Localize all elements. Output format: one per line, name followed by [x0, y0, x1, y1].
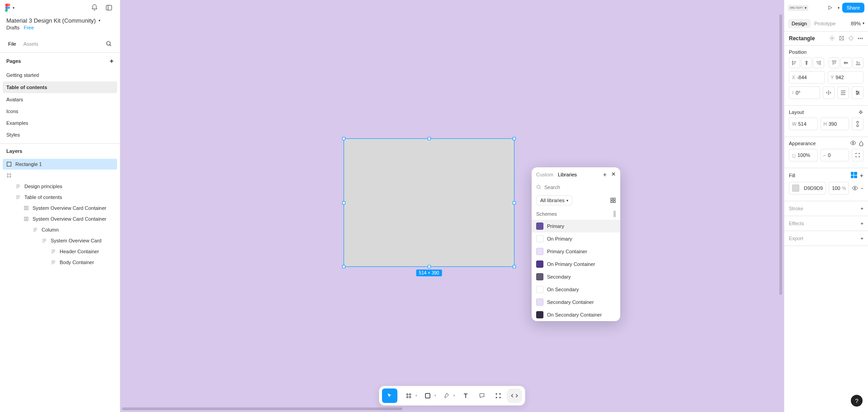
- page-item[interactable]: Getting started: [0, 69, 120, 81]
- scheme-item[interactable]: On Primary: [532, 232, 620, 245]
- opacity-input[interactable]: ◻100%: [789, 149, 818, 161]
- scrollbar-thumb[interactable]: [613, 211, 616, 217]
- add-effect-button[interactable]: +: [861, 221, 863, 226]
- align-hcenter-button[interactable]: [801, 57, 812, 68]
- actions-tool[interactable]: [491, 388, 506, 403]
- x-input[interactable]: X-844: [789, 71, 825, 84]
- chevron-down-icon[interactable]: ▾: [434, 394, 436, 398]
- align-bottom-button[interactable]: [853, 57, 864, 68]
- drafts-link[interactable]: Drafts: [6, 25, 19, 30]
- scheme-item[interactable]: On Secondary Container: [532, 308, 620, 321]
- canvas-scrollbar-vertical[interactable]: [779, 14, 782, 295]
- add-stroke-button[interactable]: +: [861, 206, 863, 211]
- align-left-button[interactable]: [789, 57, 800, 68]
- move-tool[interactable]: [382, 388, 397, 403]
- resize-handle-bm[interactable]: [428, 265, 431, 268]
- resize-handle-bl[interactable]: [342, 265, 345, 268]
- stroke-section[interactable]: Stroke+: [784, 201, 868, 216]
- flip-vertical-button[interactable]: [837, 86, 849, 99]
- help-button[interactable]: ?: [851, 395, 863, 407]
- library-filter-dropdown[interactable]: All libraries ▾: [536, 195, 572, 205]
- tab-custom[interactable]: Custom: [536, 172, 553, 177]
- pen-tool[interactable]: [439, 388, 454, 403]
- page-item[interactable]: Table of contents: [3, 81, 117, 93]
- tab-design[interactable]: Design: [788, 19, 811, 28]
- eye-icon[interactable]: [850, 141, 856, 145]
- layer-item[interactable]: [0, 170, 120, 181]
- layer-item[interactable]: Design principles: [0, 181, 120, 192]
- tab-assets[interactable]: Assets: [20, 38, 42, 49]
- tab-prototype[interactable]: Prototype: [811, 19, 839, 28]
- scheme-item[interactable]: Primary Container: [532, 245, 620, 258]
- constrain-proportions-button[interactable]: [852, 118, 863, 130]
- chevron-down-icon[interactable]: ▾: [396, 394, 398, 398]
- tab-file[interactable]: File: [5, 38, 20, 49]
- fill-color-input[interactable]: D9D9D9: [789, 182, 826, 194]
- visibility-toggle[interactable]: [852, 186, 858, 190]
- corner-radius-input[interactable]: ⌐0: [821, 149, 849, 161]
- align-selection-icon[interactable]: [839, 35, 844, 41]
- layer-item[interactable]: System Overview Card Container: [0, 203, 120, 213]
- chevron-down-icon[interactable]: ▾: [415, 394, 417, 398]
- page-item[interactable]: Styles: [0, 129, 120, 141]
- plan-badge[interactable]: Free: [24, 25, 34, 30]
- frame-tool[interactable]: [401, 388, 416, 403]
- add-export-button[interactable]: +: [861, 236, 863, 241]
- resize-handle-rm[interactable]: [513, 201, 516, 204]
- resize-handle-tl[interactable]: [342, 137, 345, 140]
- tab-libraries[interactable]: Libraries: [558, 172, 577, 177]
- effects-section[interactable]: Effects+: [784, 216, 868, 231]
- resize-handle-tr[interactable]: [513, 137, 516, 140]
- search-button[interactable]: [103, 38, 115, 50]
- resize-handle-lm[interactable]: [342, 201, 345, 204]
- scheme-item[interactable]: Primary: [532, 220, 620, 232]
- styles-button[interactable]: [851, 172, 857, 178]
- canvas-scrollbar-horizontal[interactable]: [122, 407, 402, 410]
- more-transform-button[interactable]: [852, 86, 863, 99]
- toggle-panels-button[interactable]: [103, 1, 115, 14]
- file-title-row[interactable]: Material 3 Design Kit (Community) ▾: [0, 15, 120, 24]
- main-menu-button[interactable]: ▾: [5, 4, 14, 12]
- layer-item[interactable]: System Overview Card: [0, 235, 120, 246]
- width-input[interactable]: W514: [789, 118, 818, 130]
- page-item[interactable]: Avatars: [0, 94, 120, 105]
- chevron-down-icon[interactable]: ▾: [453, 394, 455, 398]
- layer-item[interactable]: Rectangle 1: [3, 159, 117, 170]
- more-options-icon[interactable]: ⋯: [858, 35, 863, 42]
- text-tool[interactable]: [458, 388, 473, 403]
- remove-fill-button[interactable]: −: [861, 185, 863, 191]
- layer-item[interactable]: Body Container: [0, 257, 120, 268]
- close-button[interactable]: ✕: [611, 171, 616, 178]
- scheme-item[interactable]: Secondary Container: [532, 296, 620, 308]
- layer-item[interactable]: System Overview Card Container: [0, 213, 120, 224]
- rotation-input[interactable]: ⟟0°: [789, 86, 820, 99]
- add-fill-button[interactable]: +: [860, 172, 863, 179]
- y-input[interactable]: Y942: [828, 71, 864, 84]
- resize-handle-tm[interactable]: [428, 137, 431, 140]
- align-vcenter-button[interactable]: [840, 57, 852, 68]
- autolayout-add-icon[interactable]: [858, 109, 863, 115]
- page-item[interactable]: Icons: [0, 105, 120, 117]
- fill-opacity-input[interactable]: 100%: [829, 182, 849, 194]
- canvas[interactable]: 514 × 390 ▾ ▾ ▾ ▾ Custom Libraries: [120, 0, 784, 412]
- add-page-button[interactable]: +: [110, 57, 113, 65]
- flip-horizontal-button[interactable]: [823, 86, 835, 99]
- align-top-button[interactable]: [829, 57, 840, 68]
- zoom-control[interactable]: 89%▾: [851, 21, 864, 26]
- grid-view-button[interactable]: [610, 198, 616, 203]
- notifications-button[interactable]: [88, 1, 101, 14]
- blend-icon[interactable]: [859, 141, 863, 146]
- scheme-item[interactable]: On Primary Container: [532, 258, 620, 270]
- export-section[interactable]: Export+: [784, 231, 868, 246]
- dev-mode-toggle[interactable]: [507, 388, 522, 403]
- selected-rectangle[interactable]: [344, 138, 514, 267]
- add-style-button[interactable]: +: [603, 171, 607, 178]
- page-item[interactable]: Examples: [0, 117, 120, 129]
- align-right-button[interactable]: [813, 57, 824, 68]
- user-menu[interactable]: ABU SUFY▾: [788, 5, 808, 11]
- present-button[interactable]: [825, 3, 835, 13]
- component-config-icon[interactable]: [829, 35, 835, 41]
- layer-item[interactable]: Column: [0, 224, 120, 235]
- layer-item[interactable]: Header Container: [0, 246, 120, 257]
- edit-object-icon[interactable]: [848, 35, 854, 41]
